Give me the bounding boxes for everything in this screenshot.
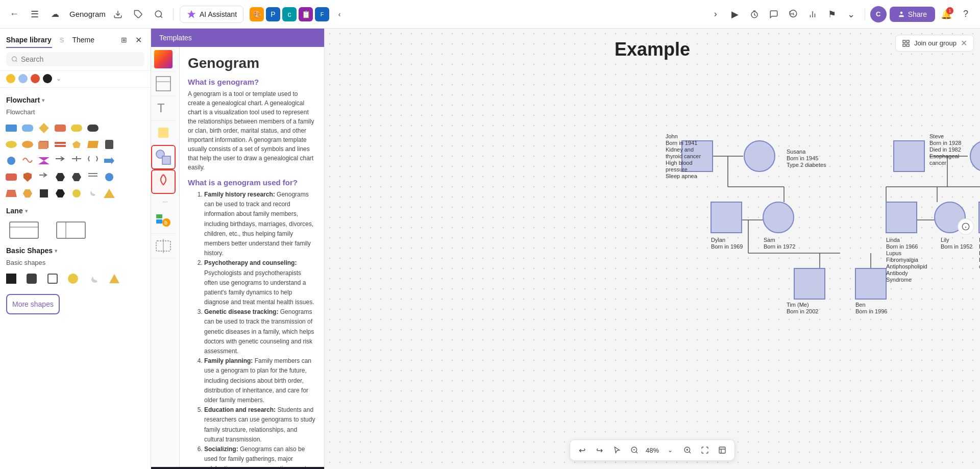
shape-hex-outline[interactable]	[20, 186, 35, 201]
color-yellow[interactable]	[6, 74, 15, 83]
bs-rect-rounded-dark[interactable]	[24, 271, 39, 286]
shape-wave[interactable]	[20, 154, 35, 168]
shape-triangle[interactable]	[102, 186, 116, 201]
zoom-out-button[interactable]	[626, 442, 643, 458]
plugin-1[interactable]: 🎨	[250, 7, 264, 21]
plugin-4[interactable]: 📋	[299, 7, 313, 21]
zoom-level[interactable]: 48%	[644, 447, 661, 454]
cloud-button[interactable]: ☁	[47, 6, 63, 22]
bs-moon-shape[interactable]	[87, 271, 101, 286]
thumb-8[interactable]	[151, 234, 176, 258]
shape-blue-circle2[interactable]	[102, 170, 116, 184]
lane-horizontal[interactable]	[6, 220, 42, 240]
thumb-more[interactable]: ···	[151, 194, 179, 209]
shape-pentagon[interactable]	[69, 137, 84, 152]
shape-ellipse-yellow[interactable]	[4, 137, 18, 152]
plugin-2[interactable]: P	[266, 7, 280, 21]
color-dark[interactable]	[43, 74, 52, 83]
shape-rect-blue[interactable]	[4, 121, 18, 135]
menu-button[interactable]: ☰	[27, 6, 43, 22]
shape-pill-yellow[interactable]	[69, 121, 84, 135]
shape-shield[interactable]	[20, 170, 35, 184]
sidebar-settings-button[interactable]: ⊞	[118, 34, 130, 46]
shape-red-rounded2[interactable]	[4, 170, 18, 184]
shape-double-rect[interactable]	[37, 137, 51, 152]
notification-button[interactable]: 🔔 1	[938, 6, 954, 22]
thumb-6-selected[interactable]	[151, 169, 176, 194]
cursor-tool-button[interactable]	[609, 442, 625, 458]
play-button[interactable]: ▶	[727, 6, 743, 22]
plugin-3[interactable]: c	[282, 7, 297, 21]
section-header-flowchart[interactable]: Flowchart ▾	[0, 92, 151, 107]
plugin-5[interactable]: F	[315, 7, 329, 21]
plugins-more-button[interactable]: ‹	[331, 6, 348, 22]
redo-button[interactable]: ↪	[592, 442, 608, 458]
shape-rect-rounded[interactable]	[20, 121, 35, 135]
thumb-2[interactable]	[151, 71, 176, 96]
dropdown-button[interactable]: ⌄	[843, 6, 860, 22]
ai-assistant-button[interactable]: AI Assistant	[180, 6, 243, 23]
shape-trap[interactable]	[4, 186, 18, 201]
thumb-5-selected[interactable]	[151, 145, 176, 169]
shape-yellow-circle[interactable]	[69, 186, 84, 201]
bs-triangle[interactable]	[107, 271, 121, 286]
color-more-icon[interactable]: ⌄	[56, 75, 61, 82]
shape-blue-arrow[interactable]	[102, 154, 116, 168]
section-header-basic[interactable]: Basic Shapes ▾	[0, 242, 151, 258]
download-button[interactable]	[110, 6, 126, 22]
back-button[interactable]: ←	[6, 6, 22, 22]
shape-dark-rect[interactable]	[37, 186, 51, 201]
lane-h-icon	[9, 221, 39, 239]
shape-cylinder[interactable]	[102, 137, 116, 152]
more-shapes-button[interactable]: More shapes	[6, 294, 60, 314]
search-input-wrap[interactable]	[6, 52, 144, 66]
shape-arrow-right2[interactable]	[37, 170, 51, 184]
more-right-button[interactable]: ›	[707, 6, 724, 22]
sidebar-close-button[interactable]: ✕	[132, 34, 144, 46]
history-button[interactable]	[785, 6, 801, 22]
chart-button[interactable]	[804, 6, 821, 22]
color-red[interactable]	[31, 74, 40, 83]
section-header-lane[interactable]: Lane ▾	[0, 203, 151, 218]
canvas-area[interactable]: Example Join our group ✕	[325, 29, 980, 469]
info-button[interactable]	[958, 218, 974, 235]
shape-hex-dark2[interactable]	[69, 170, 84, 184]
thumb-3[interactable]: T	[151, 96, 176, 120]
thumb-4[interactable]	[151, 120, 176, 145]
tag-button[interactable]	[130, 6, 146, 22]
share-button[interactable]: Share	[890, 7, 935, 22]
chat-button[interactable]	[766, 6, 782, 22]
minimap-button[interactable]	[714, 442, 730, 458]
shape-ellipse-orange[interactable]	[20, 137, 35, 152]
fit-screen-button[interactable]	[697, 442, 713, 458]
undo-button[interactable]: ↩	[574, 442, 591, 458]
search-input[interactable]	[21, 55, 139, 63]
shape-diamond[interactable]	[37, 121, 51, 135]
zoom-dropdown-button[interactable]: ⌄	[662, 442, 678, 458]
zoom-in-button[interactable]	[679, 442, 696, 458]
shape-lines[interactable]	[86, 170, 100, 184]
shape-blue-circle[interactable]	[4, 154, 18, 168]
flag-button[interactable]: ⚑	[824, 6, 840, 22]
shape-parallelogram[interactable]	[86, 137, 100, 152]
bs-rect-outline[interactable]	[45, 271, 60, 286]
shape-plus[interactable]	[69, 154, 84, 168]
bs-circle-yellow[interactable]	[66, 271, 80, 286]
shape-bracket[interactable]	[86, 154, 100, 168]
shape-hex-dark[interactable]	[53, 170, 67, 184]
bs-rect-black[interactable]	[4, 271, 18, 286]
thumb-1[interactable]	[151, 47, 176, 71]
shape-dark-pill[interactable]	[86, 121, 100, 135]
shape-bowtie[interactable]	[37, 154, 51, 168]
shape-rounded-red[interactable]	[53, 121, 67, 135]
help-button[interactable]: ?	[958, 6, 974, 22]
search-button[interactable]	[151, 6, 167, 22]
lane-vertical[interactable]	[53, 220, 89, 240]
shape-dark-hex[interactable]	[53, 186, 67, 201]
shape-horiz-bars[interactable]	[53, 137, 67, 152]
timer-button[interactable]	[746, 6, 763, 22]
thumb-7[interactable]: b	[151, 209, 176, 234]
shape-arrow-right[interactable]	[53, 154, 67, 168]
shape-moon[interactable]	[86, 186, 100, 201]
color-blue[interactable]	[18, 74, 28, 83]
